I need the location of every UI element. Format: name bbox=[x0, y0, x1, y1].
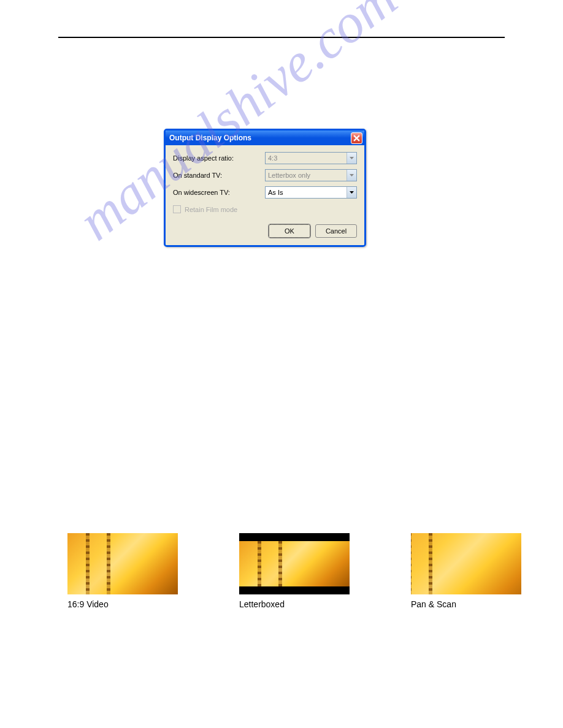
dialog-title: Output Display Options bbox=[169, 134, 251, 142]
widescreen-tv-value: As Is bbox=[268, 189, 283, 196]
aspect-ratio-label: Display aspect ratio: bbox=[173, 154, 265, 162]
retain-film-mode-label: Retain Film mode bbox=[185, 206, 237, 213]
cancel-button[interactable]: Cancel bbox=[315, 224, 357, 238]
dialog-titlebar[interactable]: Output Display Options bbox=[166, 131, 364, 145]
aspect-ratio-value: 4:3 bbox=[268, 154, 277, 162]
example-images-row: 16:9 Video Letterboxed Pan & Scan bbox=[67, 533, 521, 609]
video-thumbnail-169 bbox=[67, 533, 178, 594]
chevron-down-icon bbox=[347, 187, 356, 198]
ok-button[interactable]: OK bbox=[269, 224, 310, 238]
standard-tv-label: On standard TV: bbox=[173, 172, 265, 179]
widescreen-tv-dropdown[interactable]: As Is bbox=[265, 186, 357, 199]
page-divider bbox=[58, 37, 505, 38]
dialog-body: Display aspect ratio: 4:3 On standard TV… bbox=[166, 145, 364, 245]
chevron-down-icon bbox=[347, 170, 356, 181]
caption-169: 16:9 Video bbox=[67, 599, 178, 609]
close-button[interactable] bbox=[351, 132, 362, 144]
aspect-ratio-row: Display aspect ratio: 4:3 bbox=[173, 151, 357, 165]
standard-tv-dropdown: Letterbox only bbox=[265, 169, 357, 181]
dialog-button-row: OK Cancel bbox=[173, 224, 357, 238]
image-item-panscan: Pan & Scan bbox=[411, 533, 521, 609]
caption-letterboxed: Letterboxed bbox=[239, 599, 350, 609]
video-thumbnail-letterboxed bbox=[239, 533, 350, 594]
image-item-letterboxed: Letterboxed bbox=[239, 533, 350, 609]
aspect-ratio-dropdown: 4:3 bbox=[265, 152, 357, 164]
video-thumbnail-panscan bbox=[411, 533, 521, 594]
image-item-169: 16:9 Video bbox=[67, 533, 178, 609]
chevron-down-icon bbox=[347, 153, 356, 164]
output-display-options-dialog: Output Display Options Display aspect ra… bbox=[164, 129, 366, 247]
widescreen-tv-row: On widescreen TV: As Is bbox=[173, 186, 357, 199]
standard-tv-row: On standard TV: Letterbox only bbox=[173, 169, 357, 182]
widescreen-tv-label: On widescreen TV: bbox=[173, 189, 265, 196]
caption-panscan: Pan & Scan bbox=[411, 599, 521, 609]
close-icon bbox=[353, 135, 360, 142]
standard-tv-value: Letterbox only bbox=[268, 172, 310, 179]
retain-film-mode-checkbox bbox=[173, 205, 181, 213]
retain-film-mode-row: Retain Film mode bbox=[173, 205, 357, 213]
